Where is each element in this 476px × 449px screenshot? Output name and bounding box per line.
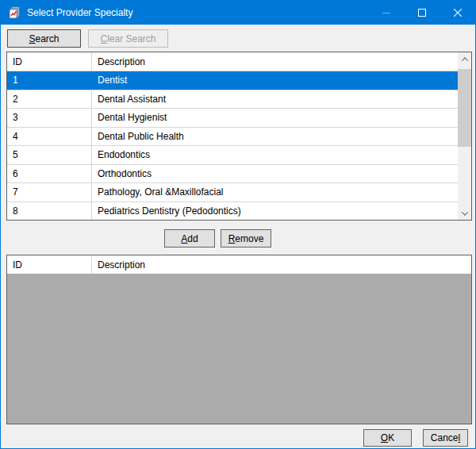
row-description: Pediatrics Dentistry (Pedodontics) bbox=[92, 202, 458, 221]
column-header-description: Description bbox=[92, 52, 458, 71]
add-button[interactable]: Add bbox=[164, 229, 215, 248]
maximize-button[interactable] bbox=[404, 1, 440, 25]
title-bar[interactable]: Select Provider Specialty bbox=[1, 1, 475, 25]
row-description: Orthodontics bbox=[92, 165, 458, 183]
scrollbar-thumb[interactable] bbox=[458, 69, 471, 147]
empty-table-body bbox=[7, 274, 471, 424]
table-row[interactable]: 8 Pediatrics Dentistry (Pedodontics) bbox=[7, 201, 458, 221]
row-id: 5 bbox=[7, 146, 92, 164]
row-id: 2 bbox=[7, 90, 92, 109]
table-row[interactable]: 4 Dental Public Health bbox=[7, 127, 458, 146]
row-id: 8 bbox=[7, 202, 92, 221]
row-id: 6 bbox=[7, 165, 92, 183]
row-description: Dentist bbox=[92, 71, 458, 90]
row-id: 3 bbox=[7, 109, 92, 127]
window-controls bbox=[368, 1, 475, 25]
vertical-scrollbar[interactable] bbox=[458, 52, 471, 220]
table-row[interactable]: 7 Pathology, Oral &Maxillofacial bbox=[7, 182, 458, 201]
select-provider-specialty-dialog: Select Provider Specialty Search Clear S… bbox=[0, 0, 476, 449]
table-header: ID Description bbox=[7, 52, 458, 71]
column-header-id: ID bbox=[7, 255, 92, 274]
chevron-up-icon bbox=[461, 57, 467, 63]
row-description: Pathology, Oral &Maxillofacial bbox=[92, 183, 458, 201]
scroll-down-button[interactable] bbox=[458, 206, 471, 220]
clear-search-button[interactable]: Clear Search bbox=[88, 29, 168, 48]
table-row[interactable]: 3 Dental Hygienist bbox=[7, 108, 458, 127]
table-row[interactable]: 5 Endodontics bbox=[7, 145, 458, 164]
row-id: 4 bbox=[7, 128, 92, 146]
chevron-down-icon bbox=[461, 209, 467, 215]
close-button[interactable] bbox=[440, 1, 475, 25]
row-description: Dental Assistant bbox=[92, 90, 458, 109]
row-id: 1 bbox=[7, 71, 92, 90]
selected-specialties-table: ID Description bbox=[6, 255, 472, 424]
table-header: ID Description bbox=[7, 255, 471, 274]
window-title: Select Provider Specialty bbox=[27, 7, 132, 18]
table-row[interactable]: 2 Dental Assistant bbox=[7, 90, 458, 109]
scroll-up-button[interactable] bbox=[458, 52, 471, 66]
remove-button[interactable]: Remove bbox=[221, 229, 271, 248]
row-description: Dental Public Health bbox=[92, 128, 458, 146]
cancel-button[interactable]: Cancel bbox=[423, 429, 468, 447]
row-id: 7 bbox=[7, 183, 92, 201]
report-pages-icon bbox=[8, 6, 21, 19]
table-body: 1 Dentist 2 Dental Assistant 3 Dental Hy… bbox=[7, 71, 458, 220]
search-button[interactable]: Search bbox=[7, 29, 81, 48]
available-specialties-table: ID Description 1 Dentist 2 Dental Assist… bbox=[6, 52, 472, 221]
table-row[interactable]: 1 Dentist bbox=[7, 71, 458, 90]
row-description: Dental Hygienist bbox=[92, 109, 458, 127]
column-header-id: ID bbox=[7, 52, 92, 71]
ok-button[interactable]: OK bbox=[363, 429, 412, 447]
minimize-button[interactable] bbox=[368, 1, 404, 25]
column-header-description: Description bbox=[92, 255, 471, 274]
row-description: Endodontics bbox=[92, 146, 458, 164]
table-row[interactable]: 6 Orthodontics bbox=[7, 164, 458, 183]
